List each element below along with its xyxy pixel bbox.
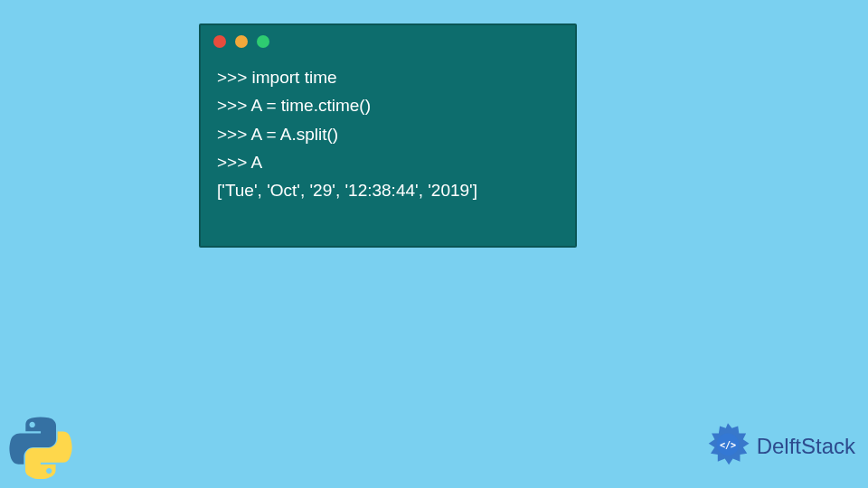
terminal-window: >>> import time >>> A = time.ctime() >>>… <box>199 23 577 248</box>
minimize-icon <box>235 35 248 48</box>
code-line: >>> A = time.ctime() <box>217 91 559 119</box>
code-line: >>> A = A.split() <box>217 120 559 148</box>
terminal-titlebar <box>201 25 575 58</box>
python-logo-icon <box>9 416 72 479</box>
maximize-icon <box>257 35 269 48</box>
code-line: ['Tue', 'Oct', '29', '12:38:44', '2019'] <box>217 176 559 204</box>
code-block: >>> import time >>> A = time.ctime() >>>… <box>201 58 575 211</box>
svg-text:</>: </> <box>720 440 736 450</box>
code-line: >>> import time <box>217 63 559 91</box>
brand-name: DelftStack <box>757 434 855 459</box>
delftstack-badge-icon: </> <box>703 421 753 472</box>
brand-logo: </> DelftStack <box>703 421 855 472</box>
code-line: >>> A <box>217 148 559 176</box>
close-icon <box>213 35 226 48</box>
